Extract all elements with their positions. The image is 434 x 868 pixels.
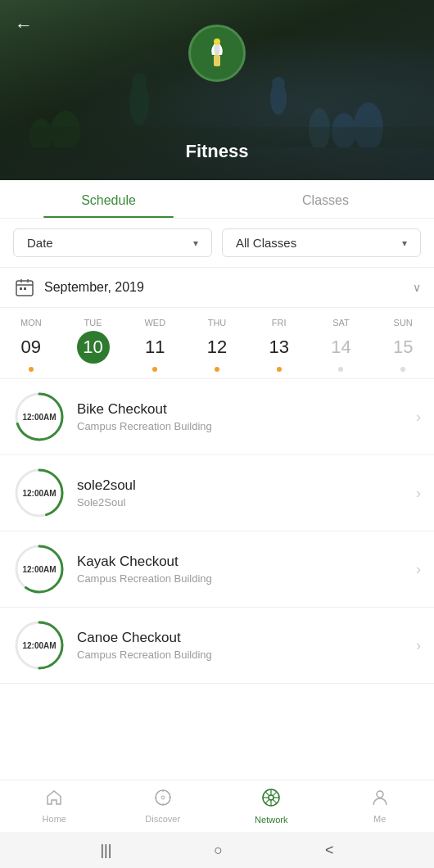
day-dot — [152, 367, 157, 372]
day-column-14[interactable]: SAT14 — [310, 314, 373, 375]
class-time-label: 12:00AM — [13, 543, 66, 595]
back-button-sys[interactable]: < — [325, 842, 334, 859]
day-number: 11 — [138, 331, 171, 364]
day-label: WED — [144, 318, 165, 328]
day-number: 09 — [15, 331, 47, 364]
class-info: Bike Checkout Campus Recreation Building — [77, 401, 409, 432]
tab-schedule[interactable]: Schedule — [0, 180, 217, 218]
day-number: 12 — [201, 331, 233, 364]
class-item[interactable]: 12:00AM Kayak Checkout Campus Recreation… — [0, 531, 434, 608]
day-dot — [91, 367, 96, 372]
class-chevron-icon: › — [416, 485, 421, 502]
home-label: Home — [43, 814, 66, 824]
class-time-label: 12:00AM — [13, 391, 66, 443]
class-list: 12:00AM Bike Checkout Campus Recreation … — [0, 379, 434, 684]
svg-point-8 — [132, 73, 147, 88]
day-label: SUN — [394, 318, 413, 328]
class-chevron-icon: › — [416, 409, 421, 426]
class-info: Canoe Checkout Campus Recreation Buildin… — [77, 630, 409, 661]
class-item[interactable]: 12:00AM Bike Checkout Campus Recreation … — [0, 379, 434, 455]
class-location: Campus Recreation Building — [77, 649, 409, 661]
class-name: sole2soul — [77, 477, 409, 494]
day-dot — [338, 367, 343, 372]
class-time-label: 12:00AM — [13, 619, 66, 671]
day-dot — [29, 367, 34, 372]
filter-row: Date ▾ All Classes ▾ — [0, 219, 434, 268]
day-number: 14 — [324, 331, 357, 364]
svg-point-42 — [377, 791, 383, 798]
class-time-circle: 12:00AM — [13, 619, 66, 671]
day-strip: MON09TUE10WED11THU12FRI13SAT14SUN15 — [0, 308, 434, 379]
day-column-13[interactable]: FRI13 — [248, 314, 310, 375]
svg-rect-16 — [20, 287, 22, 290]
date-chevron-icon: ▾ — [193, 237, 198, 249]
system-bar: ||| ○ < — [0, 832, 434, 868]
home-icon — [45, 789, 63, 811]
class-name: Bike Checkout — [77, 401, 409, 418]
day-dot — [215, 367, 219, 372]
class-time-circle: 12:00AM — [13, 467, 66, 519]
network-label: Network — [255, 815, 287, 825]
day-label: TUE — [84, 318, 102, 328]
svg-rect-17 — [24, 287, 26, 290]
day-dot — [277, 367, 282, 372]
svg-line-38 — [265, 792, 269, 796]
day-label: SAT — [332, 318, 350, 328]
me-label: Me — [373, 814, 386, 824]
day-number: 10 — [77, 331, 110, 364]
bottom-navigation: Home Discover — [0, 780, 434, 832]
nav-home[interactable]: Home — [0, 780, 109, 832]
nav-discover[interactable]: Discover — [109, 780, 218, 832]
svg-line-41 — [265, 799, 269, 803]
month-label: September, 2019 — [44, 280, 144, 295]
class-name: Kayak Checkout — [77, 554, 409, 570]
network-icon — [261, 788, 281, 812]
discover-label: Discover — [145, 814, 180, 824]
tab-bar: Schedule Classes — [0, 180, 434, 219]
calendar-icon — [13, 276, 36, 299]
me-icon — [371, 789, 389, 811]
nav-me[interactable]: Me — [326, 780, 435, 832]
svg-line-39 — [273, 799, 277, 803]
hero-section: ← Fitness — [0, 0, 434, 180]
class-name: Canoe Checkout — [77, 630, 409, 646]
svg-line-40 — [273, 792, 277, 796]
class-info: sole2soul Sole2Soul — [77, 477, 409, 509]
page-container: ← Fitness Schedule Classes Date ▾ All Cl — [0, 0, 434, 868]
nav-network[interactable]: Network — [217, 780, 326, 832]
day-column-09[interactable]: MON09 — [0, 314, 62, 375]
day-column-11[interactable]: WED11 — [124, 314, 186, 375]
svg-point-27 — [161, 796, 165, 799]
day-column-10[interactable]: TUE10 — [62, 314, 124, 375]
class-time-circle: 12:00AM — [13, 543, 66, 595]
class-info: Kayak Checkout Campus Recreation Buildin… — [77, 554, 409, 585]
discover-icon — [154, 789, 172, 811]
day-column-12[interactable]: THU12 — [186, 314, 248, 375]
class-location: Sole2Soul — [77, 496, 409, 509]
class-item[interactable]: 12:00AM sole2soul Sole2Soul › — [0, 455, 434, 531]
home-button[interactable]: ○ — [214, 842, 223, 859]
day-label: THU — [208, 318, 227, 328]
day-label: FRI — [272, 318, 287, 328]
day-number: 15 — [387, 331, 419, 364]
tab-classes[interactable]: Classes — [217, 180, 434, 218]
class-location: Campus Recreation Building — [77, 572, 409, 585]
class-time-circle: 12:00AM — [13, 391, 66, 443]
day-dot — [400, 367, 405, 372]
day-label: MON — [20, 318, 42, 328]
class-time-label: 12:00AM — [13, 467, 66, 519]
class-item[interactable]: 12:00AM Canoe Checkout Campus Recreation… — [0, 608, 434, 684]
class-chevron-icon: › — [416, 561, 421, 578]
svg-point-33 — [269, 795, 274, 800]
date-filter[interactable]: Date ▾ — [13, 228, 212, 257]
day-number: 13 — [263, 331, 296, 364]
back-button[interactable]: ← — [15, 15, 33, 36]
class-location: Campus Recreation Building — [77, 420, 409, 432]
month-selector[interactable]: September, 2019 ∨ — [0, 268, 434, 308]
day-column-15[interactable]: SUN15 — [372, 314, 434, 375]
menu-button[interactable]: ||| — [100, 842, 111, 859]
class-filter[interactable]: All Classes ▾ — [222, 228, 421, 257]
month-chevron-icon: ∨ — [413, 281, 421, 294]
class-chevron-icon: ▾ — [402, 237, 407, 249]
svg-rect-10 — [214, 55, 220, 66]
